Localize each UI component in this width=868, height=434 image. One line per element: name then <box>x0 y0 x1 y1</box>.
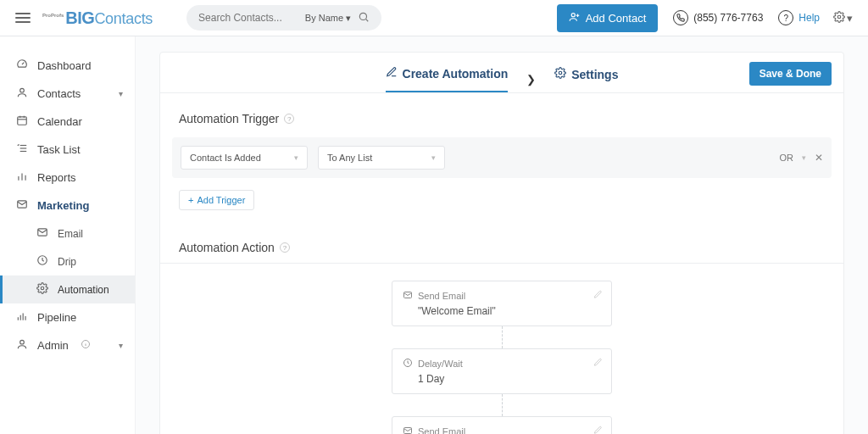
tab-create-automation[interactable]: Create Automation <box>386 66 509 92</box>
logo-big: BIG <box>65 8 94 28</box>
sidebar-item-label: Marketing <box>37 199 89 212</box>
sidebar-sub-automation[interactable]: Automation <box>0 275 135 303</box>
svg-point-0 <box>359 13 366 19</box>
save-done-button[interactable]: Save & Done <box>749 62 832 86</box>
search-icon[interactable] <box>358 11 370 25</box>
app-header: ProProfs BIG Contacts By Name ▾ Add Cont… <box>0 0 868 36</box>
edit-step-icon[interactable] <box>593 358 603 369</box>
search-input[interactable] <box>198 12 287 24</box>
step-type: Send Email <box>418 426 465 434</box>
caret-down-icon: ▾ <box>802 153 806 162</box>
sidebar-item-calendar[interactable]: Calendar <box>0 108 135 136</box>
sidebar-item-label: Reports <box>37 171 76 184</box>
section-title-text: Automation Action <box>179 241 275 254</box>
sidebar-item-label: Email <box>58 228 83 240</box>
chevron-down-icon: ▾ <box>119 341 123 350</box>
edit-step-icon[interactable] <box>593 290 603 301</box>
chevron-right-icon: ❯ <box>526 73 536 86</box>
calendar-icon <box>15 114 29 129</box>
section-title-text: Automation Trigger <box>179 112 279 125</box>
sidebar-item-label: Automation <box>58 284 109 296</box>
sidebar-item-label: Drip <box>58 256 76 268</box>
flow-connector <box>502 394 503 416</box>
step-value: "Welcome Email" <box>403 305 601 317</box>
flow-step-card[interactable]: Send Email "Welcome Email" <box>392 281 612 326</box>
add-contact-label: Add Contact <box>586 12 647 25</box>
flow-step-card[interactable]: Send Email "Checkin Email" <box>392 416 612 434</box>
tab-settings[interactable]: Settings <box>554 67 618 92</box>
svg-point-21 <box>41 287 44 290</box>
remove-trigger-icon[interactable]: ✕ <box>815 152 823 164</box>
help-label: Help <box>798 12 820 24</box>
sidebar-item-label: Pipeline <box>37 311 76 324</box>
mail-icon <box>36 226 49 241</box>
sidebar-sub-email[interactable]: Email <box>0 220 135 248</box>
logo-subtext: ProProfs <box>42 13 64 18</box>
sidebar-item-marketing[interactable]: Marketing <box>0 192 135 220</box>
sidebar-item-label: Dashboard <box>37 59 92 72</box>
gauge-icon <box>15 58 29 73</box>
menu-toggle-icon[interactable] <box>15 13 31 23</box>
sidebar-item-dashboard[interactable]: Dashboard <box>0 52 135 80</box>
support-phone[interactable]: (855) 776-7763 <box>673 10 763 25</box>
step-type: Send Email <box>418 291 465 301</box>
svg-line-1 <box>366 19 369 21</box>
help-tooltip-icon[interactable]: ? <box>284 114 294 124</box>
sidebar-item-contacts[interactable]: Contacts ▾ <box>0 80 135 108</box>
flow-connector <box>502 326 503 348</box>
add-contact-button[interactable]: Add Contact <box>557 4 659 32</box>
step-type: Delay/Wait <box>418 359 463 369</box>
step-value: 1 Day <box>403 373 601 385</box>
trigger-operator[interactable]: OR ▾ ✕ <box>780 152 824 164</box>
brand-logo[interactable]: ProProfs BIG Contacts <box>42 8 153 28</box>
sidebar-item-label: Contacts <box>37 87 81 100</box>
sidebar-item-reports[interactable]: Reports <box>0 164 135 192</box>
sidebar-item-label: Admin <box>37 339 69 352</box>
help-link[interactable]: ? Help <box>778 10 820 25</box>
chevron-down-icon: ▾ <box>119 89 123 98</box>
clock-icon <box>403 358 413 370</box>
operator-label: OR <box>780 153 794 163</box>
caret-down-icon: ▾ <box>346 13 351 24</box>
trigger-event-dropdown[interactable]: Contact Is Added ▾ <box>181 146 308 170</box>
action-section-title: Automation Action ? <box>160 222 843 263</box>
dropdown-value: To Any List <box>327 153 372 163</box>
settings-dropdown[interactable]: ▾ <box>833 11 853 25</box>
caret-down-icon: ▾ <box>847 12 853 25</box>
gear-icon <box>36 282 49 297</box>
help-tooltip-icon[interactable]: ? <box>280 242 290 253</box>
list-icon <box>15 142 29 157</box>
add-trigger-button[interactable]: + Add Trigger <box>179 190 254 210</box>
sidebar-sub-drip[interactable]: Drip <box>0 248 135 275</box>
search-filter-label: By Name <box>305 13 343 23</box>
user-icon <box>15 86 29 101</box>
edit-step-icon[interactable] <box>593 426 603 434</box>
user-icon <box>15 338 29 353</box>
caret-down-icon: ▾ <box>294 153 298 162</box>
tab-bar: Create Automation ❯ Settings Save & Done <box>160 53 843 93</box>
sidebar-nav: Dashboard Contacts ▾ Calendar Task List … <box>0 36 136 434</box>
automation-panel: Create Automation ❯ Settings Save & Done… <box>159 52 844 434</box>
dropdown-value: Contact Is Added <box>190 153 261 163</box>
svg-point-30 <box>559 71 562 75</box>
add-user-icon <box>569 11 581 25</box>
main-content: Create Automation ❯ Settings Save & Done… <box>136 36 868 434</box>
pipeline-icon <box>15 310 29 325</box>
tab-label: Create Automation <box>403 67 509 81</box>
bars-icon <box>15 170 29 185</box>
search-bar[interactable]: By Name ▾ <box>186 5 381 31</box>
automation-flow: Send Email "Welcome Email" Delay/Wait 1 … <box>160 263 843 434</box>
sidebar-item-tasklist[interactable]: Task List <box>0 136 135 164</box>
svg-point-7 <box>20 88 25 92</box>
trigger-target-dropdown[interactable]: To Any List ▾ <box>318 146 445 170</box>
help-icon: ? <box>778 10 793 25</box>
sidebar-item-pipeline[interactable]: Pipeline <box>0 303 135 331</box>
caret-down-icon: ▾ <box>431 153 436 162</box>
phone-icon <box>673 10 688 25</box>
sidebar-item-admin[interactable]: Admin ▾ <box>0 331 135 359</box>
tab-label: Settings <box>571 68 618 81</box>
gear-icon <box>833 11 845 25</box>
trigger-row: Contact Is Added ▾ To Any List ▾ OR ▾ ✕ <box>172 137 832 178</box>
search-filter-dropdown[interactable]: By Name ▾ <box>305 13 351 24</box>
flow-step-card[interactable]: Delay/Wait 1 Day <box>392 348 612 394</box>
